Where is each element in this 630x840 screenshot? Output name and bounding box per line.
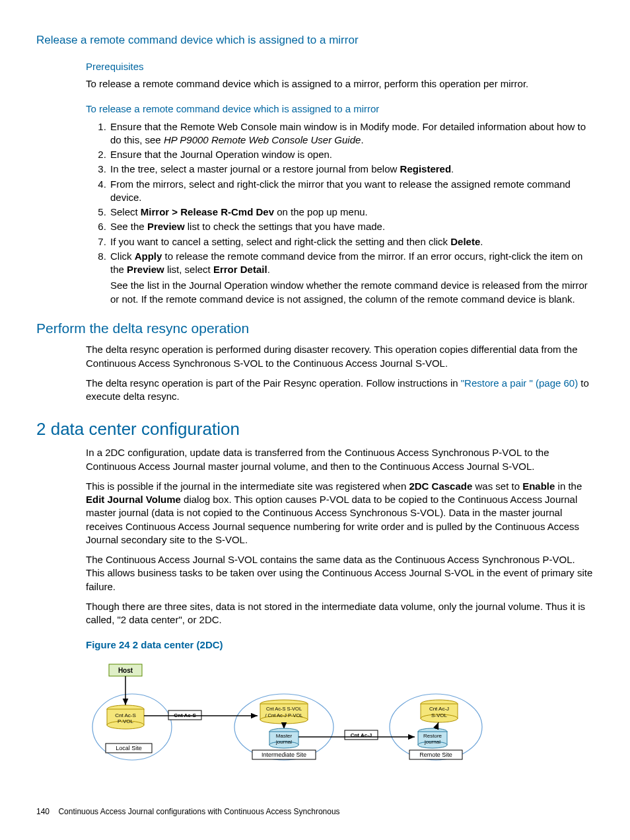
cylinder-pvol: Cnt Ac-S P-VOL: [107, 705, 144, 729]
step-8: Click Apply to release the remote comman…: [109, 250, 594, 306]
label-svol-l2: S-VOL: [431, 712, 448, 718]
cylinder-mid-vol: Cnt Ac-S S-VOL / Cnt Ac-J P-VOL: [260, 700, 308, 724]
ordered-steps: Ensure that the Remote Web Console main …: [86, 120, 594, 306]
label-master-l1: Master: [276, 733, 293, 739]
body-block: In a 2DC configuration, update data is t…: [86, 446, 594, 773]
link-restore-pair[interactable]: "Restore a pair " (page 60): [461, 377, 578, 389]
label-restore-l1: Restore: [423, 733, 442, 739]
text: list to check the settings that you have…: [185, 221, 386, 232]
text-bold: Apply: [135, 250, 162, 262]
body-block: Prerequisites To release a remote comman…: [86, 60, 594, 306]
cylinder-master-journal: Master journal: [269, 728, 298, 748]
text: Click: [110, 250, 135, 262]
label-pvol-l1: Cnt Ac-S: [115, 712, 136, 718]
text: in the: [555, 480, 582, 492]
text: was set to: [472, 480, 522, 492]
cylinder-svol: Cnt Ac-J S-VOL: [421, 700, 458, 722]
text-bold: Error Detail: [213, 264, 267, 275]
para: Though there are three sites, data is no…: [86, 600, 594, 627]
heading-procedure: To release a remote command device which…: [86, 102, 594, 116]
label-remote-site: Remote Site: [419, 751, 452, 758]
body-block: The delta resync operation is performed …: [86, 343, 594, 403]
text-bold: Delete: [450, 236, 480, 247]
label-host: Host: [118, 667, 133, 674]
text: If you want to cancel a setting, select …: [110, 236, 450, 247]
text: .: [267, 264, 270, 275]
label-mid-l1: Cnt Ac-S S-VOL: [266, 706, 302, 712]
para-prereq: To release a remote command device which…: [86, 77, 594, 91]
figure-2dc-diagram: Host Cnt Ac-S P-VOL Local Site Cnt Ac-S: [86, 658, 594, 773]
label-svol-l1: Cnt Ac-J: [429, 706, 449, 712]
label-intermediate-site: Intermediate Site: [262, 751, 306, 758]
step-1: Ensure that the Remote Web Console main …: [109, 120, 594, 147]
heading-release-rcmd: Release a remote command device which is…: [36, 33, 594, 48]
heading-prerequisites: Prerequisites: [86, 60, 594, 73]
diagram-svg: Host Cnt Ac-S P-VOL Local Site Cnt Ac-S: [86, 658, 495, 770]
step-3: In the tree, select a master journal or …: [109, 163, 594, 176]
figure-caption: Figure 24 2 data center (2DC): [86, 638, 594, 652]
text: .: [480, 236, 483, 247]
page-number: 140: [36, 806, 50, 817]
text: Select: [110, 206, 141, 217]
cylinder-restore-journal: Restore journal: [418, 728, 447, 748]
step-5: Select Mirror > Release R-Cmd Dev on the…: [109, 206, 594, 219]
text-bold: Preview: [127, 264, 164, 275]
label-pvol-l2: P-VOL: [118, 718, 134, 724]
text: See the: [110, 221, 147, 232]
step-4: From the mirrors, select and right-click…: [109, 178, 594, 205]
text: The delta resync operation is part of th…: [86, 377, 461, 389]
heading-2dc: 2 data center configuration: [36, 418, 594, 441]
label-master-l2: journal: [275, 739, 292, 745]
text-bold: 2DC Cascade: [409, 480, 472, 492]
text: list, select: [164, 264, 213, 275]
step-7: If you want to cancel a setting, select …: [109, 235, 594, 248]
arrow-restore-svol: [436, 722, 438, 729]
section-2dc: 2 data center configuration In a 2DC con…: [36, 418, 594, 773]
text-bold: Enable: [522, 480, 555, 492]
para: This is possible if the journal in the i…: [86, 480, 594, 547]
section-delta-resync: Perform the delta resync operation The d…: [36, 319, 594, 403]
page-footer: 140 Continuous Access Journal configurat…: [36, 806, 594, 817]
para: The delta resync operation is part of th…: [86, 377, 594, 404]
footer-text: Continuous Access Journal configurations…: [58, 807, 339, 816]
label-restore-l2: journal: [424, 739, 440, 745]
step-6: See the Preview list to check the settin…: [109, 220, 594, 233]
label-mid-l2: / Cnt Ac-J P-VOL: [265, 712, 302, 718]
text-italic: HP P9000 Remote Web Console User Guide: [164, 134, 361, 145]
step-8-sub: See the list in the Journal Operation wi…: [110, 279, 594, 306]
step-2: Ensure that the Journal Operation window…: [109, 148, 594, 161]
text: on the pop up menu.: [274, 206, 368, 217]
text: .: [361, 134, 363, 145]
heading-delta-resync: Perform the delta resync operation: [36, 319, 594, 338]
label-local-site: Local Site: [116, 745, 142, 751]
text-bold: Registered: [400, 163, 452, 174]
para: The Continuous Access Journal S-VOL cont…: [86, 553, 594, 593]
text-bold: Edit Journal Volume: [86, 494, 181, 505]
section-release-rcmd: Release a remote command device which is…: [36, 33, 594, 306]
para: In a 2DC configuration, update data is t…: [86, 446, 594, 473]
para: The delta resync operation is performed …: [86, 343, 594, 370]
text: .: [451, 163, 454, 174]
text: In the tree, select a master journal or …: [110, 163, 400, 174]
text: This is possible if the journal in the i…: [86, 480, 409, 492]
text-bold: Mirror > Release R-Cmd Dev: [141, 206, 274, 217]
text-bold: Preview: [147, 221, 185, 232]
